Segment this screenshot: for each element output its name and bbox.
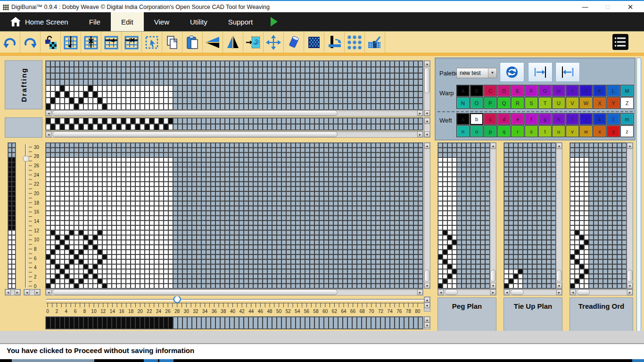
drafting-vscrollbar[interactable]: ▲ ▼ — [424, 60, 430, 116]
color-swatch-f[interactable]: f — [525, 113, 538, 125]
color-swatch-K[interactable]: K — [593, 85, 606, 97]
denting-vscrollbar[interactable]: ▲ ▼ — [424, 117, 430, 138]
peg-plan-vscrollbar[interactable]: ▲ ▼ — [490, 142, 496, 289]
drafting-hscrollbar[interactable]: ◄ ► — [45, 110, 423, 116]
color-swatch-m[interactable]: m — [620, 113, 634, 125]
color-swatch-a[interactable]: a — [456, 113, 470, 125]
color-swatch-w[interactable]: w — [579, 125, 593, 137]
tie-up-plan-grid[interactable] — [504, 142, 556, 289]
peg-plan-hscrollbar[interactable]: ◄ ► — [438, 289, 496, 296]
color-swatch-S[interactable]: S — [525, 97, 538, 109]
color-swatch-k[interactable]: k — [593, 113, 606, 125]
scroll-up-icon[interactable]: ▲ — [424, 317, 430, 322]
color-swatch-d[interactable]: d — [497, 113, 511, 125]
scroll-left-icon[interactable]: ◄ — [438, 289, 444, 295]
scroll-up-icon[interactable]: ▲ — [424, 118, 430, 123]
weft-bar-hscrollbar[interactable]: ◄ ► — [5, 289, 21, 296]
maximize-button[interactable]: □ — [601, 2, 615, 12]
redo-button[interactable] — [20, 32, 41, 53]
scroll-left-icon[interactable]: ◄ — [5, 289, 11, 295]
color-swatch-c[interactable]: c — [484, 113, 497, 125]
scroll-right-icon[interactable]: ► — [556, 289, 562, 295]
color-swatch-e[interactable]: e — [511, 113, 524, 125]
design-grid[interactable] — [45, 142, 423, 289]
color-swatch-B[interactable]: B — [470, 85, 483, 97]
treadling-hscrollbar[interactable]: ◄ ► — [570, 289, 633, 296]
scroll-left-icon[interactable]: ◄ — [46, 132, 51, 137]
scroll-up-icon[interactable]: ▲ — [424, 61, 430, 66]
color-swatch-r[interactable]: r — [511, 125, 524, 137]
scroll-up-icon[interactable]: ▲ — [424, 297, 430, 303]
menu-home-screen[interactable]: Home Screen — [0, 12, 79, 31]
tilt-pattern-button[interactable] — [324, 32, 345, 53]
delete-weft-button[interactable] — [122, 32, 142, 53]
warp-ruler-slider[interactable] — [45, 296, 428, 314]
yarn-button[interactable] — [284, 32, 304, 53]
menu-utility[interactable]: Utility — [180, 12, 218, 31]
tie-up-hscrollbar[interactable]: ◄ ► — [504, 289, 562, 296]
shift-right-button[interactable] — [528, 62, 553, 82]
palette-dropdown[interactable]: new test ▼ — [456, 68, 497, 78]
menu-file[interactable]: File — [79, 12, 111, 31]
color-swatch-W[interactable]: W — [579, 97, 593, 109]
color-swatch-T[interactable]: T — [538, 97, 552, 109]
color-swatch-i[interactable]: i — [566, 113, 579, 125]
color-swatch-G[interactable]: G — [538, 85, 552, 97]
design-vscrollbar[interactable]: ▲ ▼ — [424, 142, 430, 289]
scroll-up-icon[interactable]: ▲ — [424, 143, 430, 148]
color-swatch-s[interactable]: s — [525, 125, 538, 137]
color-swatch-P[interactable]: P — [484, 97, 497, 109]
scroll-right-icon[interactable]: ► — [627, 289, 633, 295]
color-swatch-I[interactable]: I — [566, 85, 579, 97]
color-swatch-N[interactable]: N — [456, 97, 470, 109]
scroll-left-icon[interactable]: ◄ — [46, 110, 51, 116]
color-swatch-V[interactable]: V — [566, 97, 579, 109]
color-swatch-E[interactable]: E — [511, 85, 524, 97]
denting-hscrollbar[interactable]: ◄ ► — [45, 131, 423, 138]
scroll-right-icon[interactable]: ► — [15, 289, 20, 295]
color-swatch-Q[interactable]: Q — [497, 97, 511, 109]
scroll-right-icon[interactable]: ► — [34, 289, 40, 295]
scroll-up-icon[interactable]: ▲ — [627, 143, 633, 148]
color-swatch-U[interactable]: U — [552, 97, 565, 109]
scroll-down-icon[interactable]: ▼ — [424, 283, 430, 288]
right-scrollbar[interactable] — [636, 58, 641, 332]
scroll-left-icon[interactable]: ◄ — [24, 289, 30, 295]
drafting-grid[interactable] — [45, 60, 423, 110]
color-swatch-O[interactable]: O — [470, 97, 483, 109]
scroll-down-icon[interactable]: ▼ — [424, 322, 430, 328]
color-swatch-x[interactable]: x — [593, 125, 606, 137]
lock-pattern-button[interactable] — [41, 32, 61, 53]
insert-weft-button[interactable] — [101, 32, 122, 53]
scroll-left-icon[interactable]: ◄ — [46, 289, 51, 295]
color-swatch-X[interactable]: X — [593, 97, 606, 109]
scroll-right-icon[interactable]: ► — [417, 289, 423, 295]
scroll-right-icon[interactable]: ► — [417, 132, 423, 137]
simulate-play-icon[interactable] — [271, 17, 278, 26]
color-swatch-C[interactable]: C — [484, 85, 497, 97]
select-area-button[interactable] — [142, 32, 162, 53]
scroll-down-icon[interactable]: ▼ — [490, 283, 496, 288]
design-hscrollbar[interactable]: ◄ ► — [45, 289, 423, 296]
scroll-left-icon[interactable]: ◄ — [570, 289, 576, 295]
color-swatch-n[interactable]: n — [456, 125, 470, 137]
color-swatch-l[interactable]: l — [607, 113, 620, 125]
move-button[interactable] — [264, 32, 284, 53]
color-swatch-q[interactable]: q — [497, 125, 511, 137]
color-swatch-o[interactable]: o — [470, 125, 483, 137]
menu-edit[interactable]: Edit — [111, 12, 144, 31]
warp-pattern-bar[interactable] — [45, 316, 423, 329]
scroll-down-icon[interactable]: ▼ — [424, 303, 430, 308]
flip-vertical-button[interactable] — [223, 32, 243, 53]
chevron-down-icon[interactable]: ▼ — [488, 68, 496, 78]
color-swatch-p[interactable]: p — [484, 125, 497, 137]
denting-grid[interactable] — [45, 117, 423, 131]
color-swatch-A[interactable]: A — [456, 85, 470, 97]
color-swatch-z[interactable]: z — [620, 125, 634, 137]
transfer-selection-button[interactable] — [243, 32, 264, 53]
view-list-button[interactable] — [612, 33, 629, 52]
swap-warp-weft-button[interactable] — [500, 62, 524, 82]
scroll-up-icon[interactable]: ▲ — [556, 143, 562, 148]
scroll-down-icon[interactable]: ▼ — [424, 110, 430, 116]
weave-texture-button[interactable] — [304, 32, 324, 53]
